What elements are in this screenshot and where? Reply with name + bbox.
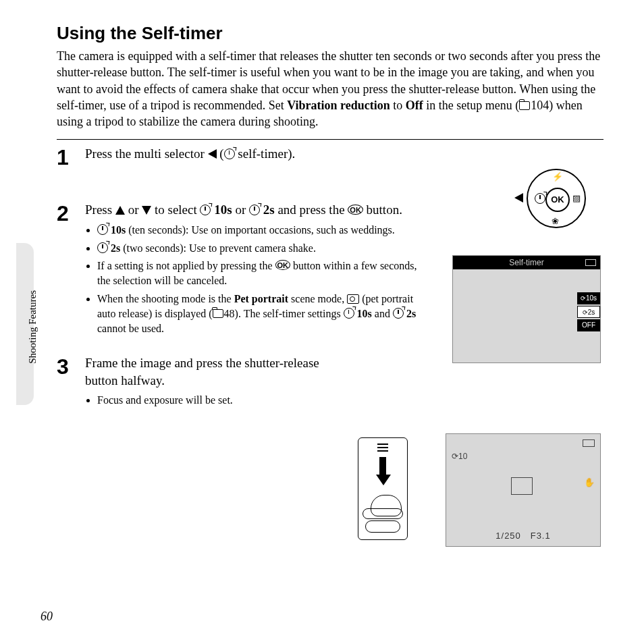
self-timer-icon [200,205,211,215]
lcd-title: Self-timer [453,256,600,269]
text: Press the multi selector [85,146,208,161]
text-2s: 2s [263,203,275,217]
text: scene mode, [288,293,347,304]
shutter-press-illustration [358,437,408,540]
intro-text: to [390,99,406,112]
separator [57,139,603,140]
exposure-readout: 1/250 F3.1 [446,531,600,541]
text: (two seconds): Use to prevent camera sha… [120,242,316,254]
ok-center: OK [545,188,570,212]
pet-portrait-icon [347,294,359,304]
text: button. [363,203,402,217]
bullet: 2s (two seconds): Use to prevent camera … [97,241,423,256]
section-label: Shooting Features [27,290,38,364]
text: or [232,203,249,217]
text-10s: 10s [111,224,126,236]
text: Press [85,203,115,217]
battery-icon [585,259,596,266]
self-timer-icon [97,242,108,253]
text: to select [151,203,200,217]
ok-button-icon: OK [348,205,363,215]
option-10s: ⟳10s [577,292,600,304]
text-2s: 2s [406,308,416,319]
step-number: 3 [57,354,85,379]
text-pet: Pet portrait [234,293,288,304]
shutter-button [365,520,400,533]
macro-icon: ❀ [552,216,559,226]
down-arrow-icon [376,457,391,485]
text: cannot be used. [97,323,164,334]
text: and press the [275,203,348,217]
text-2s: 2s [111,242,120,254]
ref: 48 [224,308,235,319]
intro-text: in the setup menu ( [423,99,519,112]
page-number: 60 [41,610,53,624]
bullet: If a setting is not applied by pressing … [97,259,423,289]
up-arrow-icon [115,206,125,215]
flash-icon: ⚡ [552,171,563,182]
step2-lead: Press or to select 10s or 2s and press t… [85,201,423,219]
battery-icon [583,439,595,447]
text: If a setting is not applied by pressing … [97,260,275,271]
timer-options: ⟳10s ⟳2s OFF [577,292,600,333]
intro-bold-off: Off [406,99,423,112]
intro-bold-vr: Vibration reduction [287,99,390,112]
text: When the shooting mode is the [97,293,234,304]
step-number: 2 [57,201,85,226]
option-off: OFF [577,319,600,331]
bullet: When the shooting mode is the Pet portra… [97,292,423,337]
option-2s-selected: ⟳2s [577,306,600,318]
text-10s: 10s [214,203,232,217]
step3-lead: Frame the image and press the shutter-re… [85,354,355,389]
page-title: Using the Self-timer [57,23,603,44]
self-timer-icon [344,308,354,319]
manual-page: Shooting Features Using the Self-timer T… [0,0,644,644]
book-icon [519,101,530,110]
self-timer-icon [249,205,260,215]
text: (ten seconds): Use on important occasion… [126,224,395,236]
self-timer-icon [393,308,404,319]
text: and [372,308,393,319]
bullet: 10s (ten seconds): Use on important occa… [97,223,423,238]
motion-lines [377,444,388,454]
self-timer-icon [535,193,545,205]
text-10s: 10s [357,308,372,319]
timer-indicator: ⟳10 [452,452,467,461]
text: self-timer). [235,146,296,161]
self-timer-icon [97,224,108,235]
text: or [125,203,142,217]
shutter-button-ring [363,508,403,519]
vr-icon: ✋ [584,477,595,487]
text: ( [217,146,224,161]
intro-ref: 104 [531,99,549,112]
lcd-step3: ⟳10 ✋ 1/250 F3.1 [446,433,601,547]
step2-bullets: 10s (ten seconds): Use on important occa… [85,223,423,337]
left-arrow-icon [514,193,523,203]
multi-selector-diagram: OK ⚡ ▨ ❀ [527,169,586,228]
lcd-step2: Self-timer ⟳10s ⟳2s OFF [452,255,601,363]
self-timer-icon [224,149,235,159]
intro-paragraph: The camera is equipped with a self-timer… [57,48,603,130]
focus-frame [511,477,533,495]
step-1: 1 Press the multi selector ( self-timer)… [57,145,603,170]
book-icon [213,309,223,318]
bullet: Focus and exposure will be set. [97,393,355,408]
step3-bullets: Focus and exposure will be set. [85,393,355,408]
exposure-comp-icon: ▨ [572,193,581,203]
left-arrow-icon [208,149,217,159]
step-number: 1 [57,145,85,170]
down-arrow-icon [142,206,151,215]
step1-lead: Press the multi selector ( self-timer). [85,145,603,163]
text: ). The self-timer settings [235,308,344,319]
ok-button-icon: OK [275,260,291,270]
